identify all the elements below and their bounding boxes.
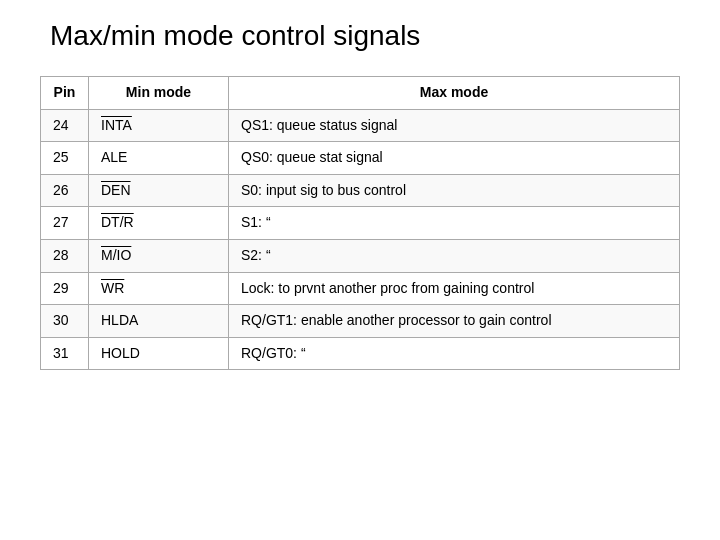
cell-max-mode: RQ/GT1: enable another processor to gain… (229, 305, 680, 338)
cell-max-mode: Lock: to prvnt another proc from gaining… (229, 272, 680, 305)
cell-min-mode: ALE (89, 142, 229, 175)
cell-min-mode: M/IO (89, 239, 229, 272)
table-body: 24INTAQS1: queue status signal25ALEQS0: … (41, 109, 680, 370)
cell-pin: 30 (41, 305, 89, 338)
cell-pin: 27 (41, 207, 89, 240)
cell-min-mode: WR (89, 272, 229, 305)
table-row: 26DENS0: input sig to bus control (41, 174, 680, 207)
cell-pin: 26 (41, 174, 89, 207)
cell-min-mode: HOLD (89, 337, 229, 370)
cell-min-mode: HLDA (89, 305, 229, 338)
table-row: 25ALEQS0: queue stat signal (41, 142, 680, 175)
table-row: 24INTAQS1: queue status signal (41, 109, 680, 142)
table-header-row: Pin Min mode Max mode (41, 77, 680, 110)
header-min-mode: Min mode (89, 77, 229, 110)
cell-max-mode: RQ/GT0: “ (229, 337, 680, 370)
header-pin: Pin (41, 77, 89, 110)
table-row: 28M/IOS2: “ (41, 239, 680, 272)
cell-max-mode: QS0: queue stat signal (229, 142, 680, 175)
cell-max-mode: S1: “ (229, 207, 680, 240)
cell-max-mode: QS1: queue status signal (229, 109, 680, 142)
cell-pin: 29 (41, 272, 89, 305)
cell-max-mode: S2: “ (229, 239, 680, 272)
cell-pin: 24 (41, 109, 89, 142)
cell-min-mode: DEN (89, 174, 229, 207)
cell-min-mode: INTA (89, 109, 229, 142)
cell-min-mode: DT/R (89, 207, 229, 240)
cell-pin: 25 (41, 142, 89, 175)
data-table: Pin Min mode Max mode 24INTAQS1: queue s… (40, 76, 680, 370)
cell-pin: 28 (41, 239, 89, 272)
table-row: 30HLDARQ/GT1: enable another processor t… (41, 305, 680, 338)
page-title: Max/min mode control signals (50, 20, 680, 52)
header-max-mode: Max mode (229, 77, 680, 110)
cell-pin: 31 (41, 337, 89, 370)
table-row: 27DT/RS1: “ (41, 207, 680, 240)
table-row: 29WRLock: to prvnt another proc from gai… (41, 272, 680, 305)
cell-max-mode: S0: input sig to bus control (229, 174, 680, 207)
page-container: Max/min mode control signals Pin Min mod… (0, 0, 720, 540)
table-row: 31HOLDRQ/GT0: “ (41, 337, 680, 370)
